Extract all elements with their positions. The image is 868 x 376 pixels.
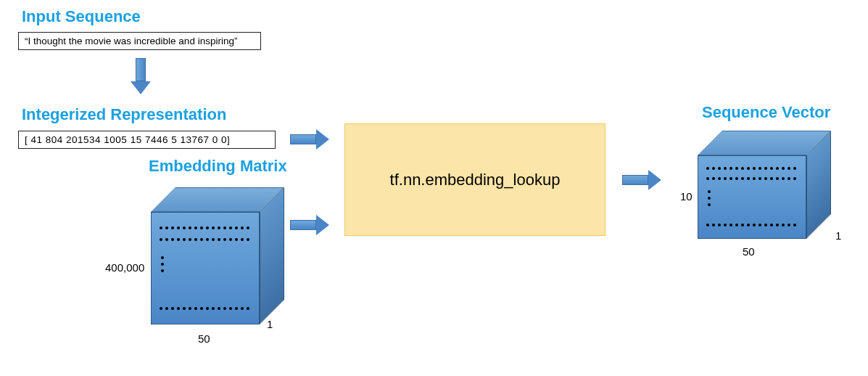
heading-integerized: Integerized Representation [22,105,226,124]
sequence-depth-label: 1 [835,229,841,242]
embedding-rows-label: 400,000 [105,261,144,274]
sequence-cols-label: 50 [743,245,755,258]
sequence-vector-cube [698,131,835,247]
input-sentence-box: “I thought the movie was incredible and … [18,32,261,50]
sequence-rows-label: 10 [680,190,693,203]
heading-input-sequence: Input Sequence [22,7,141,26]
integer-vector-box: [ 41 804 201534 1005 15 7446 5 13767 0 0… [18,131,276,149]
lookup-function-box: tf.nn.embedding_lookup [344,123,605,236]
arrow-embedding-to-lookup [290,215,329,235]
embedding-matrix-cube [151,187,289,332]
arrow-lookup-to-sequence [622,170,661,190]
arrow-integerized-to-lookup [290,129,329,150]
heading-embedding-matrix: Embedding Matrix [149,157,287,176]
embedding-depth-label: 1 [267,318,273,330]
embedding-cols-label: 50 [198,332,210,345]
heading-sequence-vector: Sequence Vector [702,103,830,122]
arrow-input-to-integerized [131,58,151,94]
